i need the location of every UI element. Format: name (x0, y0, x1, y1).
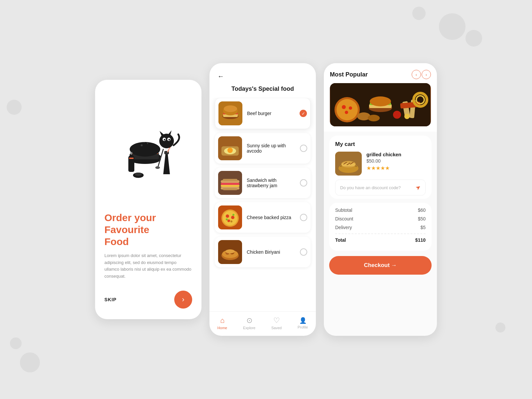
skip-button[interactable]: SKIP (104, 297, 117, 302)
saved-icon: ♡ (273, 316, 280, 325)
svg-rect-11 (129, 158, 134, 159)
svg-point-53 (230, 220, 232, 222)
nav-explore[interactable]: ⊙ Explore (243, 316, 255, 330)
svg-point-5 (141, 144, 143, 146)
food-thumbnail (218, 240, 242, 264)
svg-point-51 (226, 218, 228, 220)
svg-point-33 (224, 105, 237, 112)
food-item-name: Chicken Biriyani (247, 249, 295, 255)
cart-item: grilled chicken $50.00 ★★★★★ (335, 152, 426, 176)
food-item-name: Sandwich with strawberry jam (247, 178, 295, 188)
svg-point-6 (147, 143, 148, 144)
svg-point-69 (370, 96, 391, 106)
discount-label: Discount (335, 216, 353, 221)
svg-point-64 (349, 106, 352, 110)
svg-point-4 (130, 142, 160, 157)
card2-header: ← (209, 63, 316, 83)
food-radio[interactable] (300, 248, 307, 256)
most-popular-title: Most Popular (330, 71, 368, 78)
cart-item-name: grilled chicken (366, 152, 426, 157)
food-list: Beef burger ✓ Sunny side up with avcodo (209, 98, 316, 307)
list-item[interactable]: Beef burger ✓ (215, 98, 311, 129)
list-item[interactable]: Chicken Biriyani (215, 237, 311, 267)
next-button[interactable]: › (174, 291, 192, 309)
svg-point-75 (393, 111, 401, 119)
svg-point-47 (223, 211, 237, 225)
svg-rect-44 (223, 188, 237, 190)
food-radio[interactable] (300, 145, 307, 152)
food-radio-checked[interactable]: ✓ (300, 110, 307, 117)
svg-point-21 (164, 139, 166, 141)
onboarding-footer: SKIP › (104, 291, 192, 309)
svg-point-59 (225, 249, 235, 253)
total-value: $110 (415, 237, 426, 243)
illustration-area (104, 90, 192, 212)
svg-rect-41 (221, 185, 239, 187)
svg-marker-12 (163, 153, 170, 174)
food-thumbnail (218, 101, 242, 125)
svg-point-50 (227, 219, 230, 222)
my-cart-section: My cart grilled chicken $50.00 (329, 136, 432, 199)
delivery-value: $5 (420, 225, 426, 230)
food-item-name: Beef burger (247, 111, 295, 116)
svg-point-62 (336, 99, 358, 120)
food-list-card: ← Todays's Special food Beef burger ✓ (209, 63, 316, 336)
popular-banner (330, 83, 431, 126)
list-item[interactable]: Cheese backed pizza (215, 202, 311, 233)
svg-point-76 (404, 114, 410, 119)
food-item-name: Sunny side up with avcodo (247, 143, 295, 154)
home-icon: ⌂ (220, 316, 224, 325)
subtotal-row: Subtotal $60 (335, 207, 426, 213)
list-item[interactable]: Sandwich with strawberry jam (215, 168, 311, 198)
send-icon: ➤ (414, 183, 422, 192)
bottom-nav: ⌂ Home ⊙ Explore ♡ Saved 👤 Profile (209, 311, 316, 336)
food-thumbnail (218, 136, 242, 160)
cart-item-rating: ★★★★★ (366, 165, 426, 171)
discount-summary-row: Discount $50 (335, 216, 426, 221)
svg-point-7 (144, 141, 145, 143)
food-radio[interactable] (300, 214, 307, 221)
svg-point-78 (368, 115, 380, 121)
svg-rect-10 (130, 152, 132, 155)
cart-item-price: $50.00 (366, 158, 426, 164)
discount-row[interactable]: Do you have an discount code? ➤ (335, 180, 426, 196)
food-thumbnail (218, 171, 242, 195)
svg-point-52 (232, 214, 234, 216)
nav-saved[interactable]: ♡ Saved (271, 316, 282, 330)
food-radio[interactable] (300, 179, 307, 187)
card2-title: Todays's Special food (209, 83, 316, 98)
cart-item-info: grilled chicken $50.00 ★★★★★ (366, 152, 426, 171)
delivery-label: Delivery (335, 225, 352, 230)
svg-point-37 (227, 148, 233, 153)
most-popular-header: Most Popular ‹ › (330, 70, 431, 79)
nav-saved-label: Saved (271, 326, 282, 330)
nav-profile[interactable]: 👤 Profile (298, 317, 308, 329)
profile-icon: 👤 (299, 317, 307, 324)
svg-point-17 (135, 173, 142, 176)
nav-explore-label: Explore (243, 326, 255, 330)
delivery-row: Delivery $5 (335, 225, 426, 230)
list-item[interactable]: Sunny side up with avcodo (215, 133, 311, 164)
discount-placeholder: Do you have an discount code? (340, 185, 401, 190)
svg-point-65 (345, 111, 348, 114)
prev-arrow[interactable]: ‹ (412, 70, 421, 79)
back-button[interactable]: ← (217, 72, 224, 80)
checkout-button[interactable]: Checkout → (329, 256, 432, 275)
onboarding-card: Order your Favourite Food Lorem ipsum do… (95, 80, 201, 319)
svg-point-18 (159, 134, 174, 148)
onboarding-description: Lorem ipsum dolor sit amet, consectetur … (104, 252, 192, 280)
cart-item-thumbnail (335, 152, 362, 176)
next-arrow[interactable]: › (422, 70, 431, 79)
onboarding-text: Order your Favourite Food Lorem ipsum do… (104, 212, 192, 280)
cart-title: My cart (335, 141, 426, 148)
svg-rect-43 (223, 179, 237, 181)
total-row: Total $110 (335, 233, 426, 243)
svg-rect-40 (221, 183, 239, 185)
explore-icon: ⊙ (246, 316, 252, 325)
nav-home[interactable]: ⌂ Home (217, 316, 227, 330)
order-summary: Subtotal $60 Discount $50 Delivery $5 To… (329, 203, 432, 251)
nav-profile-label: Profile (298, 325, 308, 329)
food-illustration (112, 116, 185, 186)
subtotal-value: $60 (418, 207, 426, 213)
svg-marker-24 (168, 130, 172, 135)
